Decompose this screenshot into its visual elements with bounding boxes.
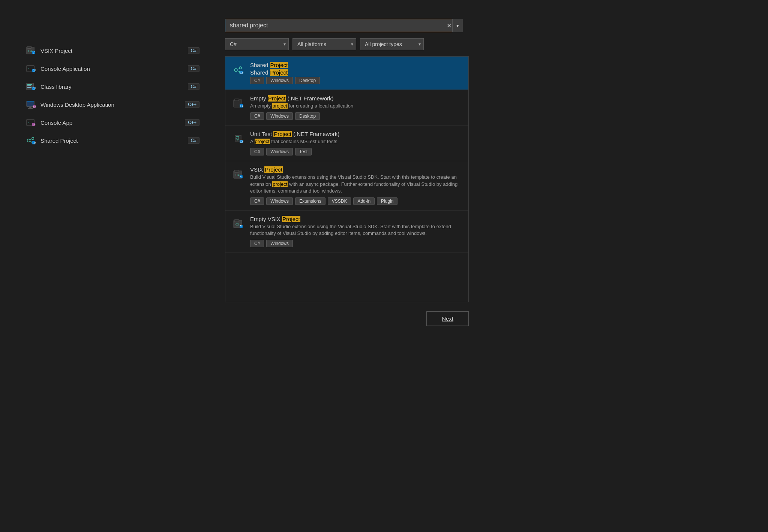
recent-item-label-console-app: Console App (40, 120, 72, 126)
platform-filter-wrapper: All platformsWindowsLinuxmacOSAndroidiOS (292, 38, 356, 50)
recent-items-list: C# V VSIX Project C# >_ C# Console Appli… (22, 42, 202, 149)
result-icon-vsix-project-result: C# V (231, 168, 245, 181)
svg-text:C#: C# (33, 141, 36, 145)
recent-item-label-vsix-project: VSIX Project (40, 48, 72, 54)
recent-item-icon-vsix-project: C# V (26, 45, 36, 56)
recent-item-class-library[interactable]: C# Class library C# (22, 78, 202, 96)
bottom-row: Next (225, 308, 469, 326)
recent-item-lang-shared-project: C# (188, 137, 200, 144)
svg-text:C#: C# (33, 87, 36, 90)
svg-text:V: V (33, 51, 35, 54)
result-tag: C# (250, 148, 264, 155)
recent-item-shared-project[interactable]: C# Shared Project C# (22, 132, 202, 149)
result-item-vsix-project-result[interactable]: C# V VSIX Project Build Visual Studio ex… (225, 161, 468, 211)
recent-item-label-shared-project: Shared Project (40, 137, 78, 144)
search-input[interactable] (225, 19, 463, 32)
result-tag: Windows (266, 77, 293, 84)
result-content-vsix-project-result: VSIX Project Build Visual Studio extensi… (250, 166, 462, 205)
recent-item-left: C# Shared Project (26, 135, 78, 146)
search-row: ✕ ▾ (225, 19, 469, 32)
result-tag: Extensions (295, 197, 326, 205)
result-title: Empty Project (.NET Framework) (250, 95, 462, 102)
language-filter[interactable]: All languagesC#C++F#VB (225, 38, 289, 50)
svg-line-28 (30, 139, 32, 140)
project-type-filter[interactable]: All project typesCloudConsoleDesktopExte… (360, 38, 424, 50)
result-title: Unit Test Project (.NET Framework) (250, 131, 462, 137)
result-content-unit-test-project: Unit Test Project (.NET Framework) A pro… (250, 131, 462, 155)
result-subtitle: Shared Project (250, 69, 462, 76)
result-tag: C# (250, 77, 264, 84)
recent-item-console-app[interactable]: >_ C++ Console App C++ (22, 114, 202, 132)
result-tag-row: C#Windows (250, 240, 462, 247)
recent-item-console-application[interactable]: >_ C# Console Application C# (22, 60, 202, 78)
svg-point-25 (27, 139, 30, 142)
svg-rect-18 (28, 108, 33, 109)
svg-text:C#: C# (240, 140, 243, 143)
svg-text:V: V (240, 225, 242, 228)
svg-text:V: V (240, 175, 242, 179)
svg-rect-12 (27, 87, 32, 88)
result-title: Empty VSIX Project (250, 216, 462, 222)
svg-text:C#: C# (236, 223, 240, 226)
recent-item-label-class-library: Class library (40, 84, 72, 90)
result-content-shared-project-result: Shared Project Shared Project C#WindowsD… (250, 62, 462, 84)
recent-item-lang-vsix-project: C# (188, 47, 200, 54)
result-item-empty-project-dotnet[interactable]: C# Empty Project (.NET Framework) An emp… (225, 90, 468, 126)
svg-text:C++: C++ (33, 123, 36, 126)
result-tag-row: C#WindowsTest (250, 148, 462, 155)
recent-item-icon-class-library: C# (26, 81, 36, 92)
search-clear-button[interactable]: ✕ (447, 22, 452, 29)
result-title: Shared Project (250, 62, 462, 68)
result-item-empty-vsix-project[interactable]: C# V Empty VSIX Project Build Visual Stu… (225, 211, 468, 253)
svg-rect-40 (234, 99, 239, 101)
result-icon-unit-test-project: C# (231, 132, 245, 146)
next-button[interactable]: Next (426, 311, 469, 326)
result-tag: C# (250, 112, 264, 120)
recent-item-left: C++ Windows Desktop Application (26, 99, 114, 110)
close-button[interactable] (477, 5, 484, 12)
svg-line-29 (30, 141, 32, 142)
recent-item-vsix-project[interactable]: C# V VSIX Project C# (22, 42, 202, 60)
recent-item-left: >_ C++ Console App (26, 117, 72, 128)
result-content-empty-project-dotnet: Empty Project (.NET Framework) An empty … (250, 95, 462, 120)
svg-text:C#: C# (240, 71, 243, 75)
result-tag: Windows (266, 197, 293, 205)
result-tag: Windows (266, 240, 293, 247)
language-filter-wrapper: All languagesC#C++F#VB (225, 38, 289, 50)
recent-item-icon-console-application: >_ C# (26, 63, 36, 74)
recent-item-label-console-application: Console Application (40, 66, 90, 72)
result-desc: Build Visual Studio extensions using the… (250, 223, 462, 237)
result-tag: C# (250, 240, 264, 247)
svg-text:C#: C# (28, 49, 33, 53)
svg-text:C#: C# (33, 69, 36, 72)
svg-point-26 (32, 137, 34, 140)
result-title: VSIX Project (250, 166, 462, 173)
result-item-shared-project-result[interactable]: C# Shared Project Shared Project C#Windo… (225, 57, 468, 90)
left-panel: C# V VSIX Project C# >_ C# Console Appli… (22, 19, 202, 326)
result-content-empty-vsix-project: Empty VSIX Project Build Visual Studio e… (250, 216, 462, 247)
recent-item-left: C# Class library (26, 81, 72, 92)
svg-rect-16 (27, 102, 34, 102)
recent-item-windows-desktop-app[interactable]: C++ Windows Desktop Application C++ (22, 96, 202, 114)
result-desc: Build Visual Studio extensions using the… (250, 174, 462, 194)
result-tag: Test (295, 148, 312, 155)
platform-filter[interactable]: All platformsWindowsLinuxmacOSAndroidiOS (292, 38, 356, 50)
result-tag: Add-in (353, 197, 375, 205)
result-item-unit-test-project[interactable]: C# Unit Test Project (.NET Framework) A … (225, 126, 468, 161)
recent-item-label-windows-desktop-app: Windows Desktop Application (40, 102, 114, 108)
result-tag-row: C#WindowsExtensionsVSSDKAdd-inPlugin (250, 197, 462, 205)
svg-text:C#: C# (236, 173, 240, 177)
result-tag: VSSDK (328, 197, 351, 205)
recent-item-lang-console-app: C++ (185, 119, 200, 126)
result-icon-empty-vsix-project: C# V (231, 217, 245, 231)
result-tag: Windows (266, 148, 293, 155)
recent-item-icon-windows-desktop-app: C++ (26, 99, 36, 110)
minimize-button[interactable] (463, 5, 470, 12)
search-dropdown-button[interactable]: ▾ (452, 19, 463, 32)
result-tag-row: C#WindowsDesktop (250, 77, 462, 84)
recent-item-lang-class-library: C# (188, 83, 200, 90)
recent-item-left: >_ C# Console Application (26, 63, 90, 74)
svg-rect-10 (27, 84, 32, 85)
recent-item-icon-console-app: >_ C++ (26, 117, 36, 128)
result-tag: Desktop (295, 112, 320, 120)
